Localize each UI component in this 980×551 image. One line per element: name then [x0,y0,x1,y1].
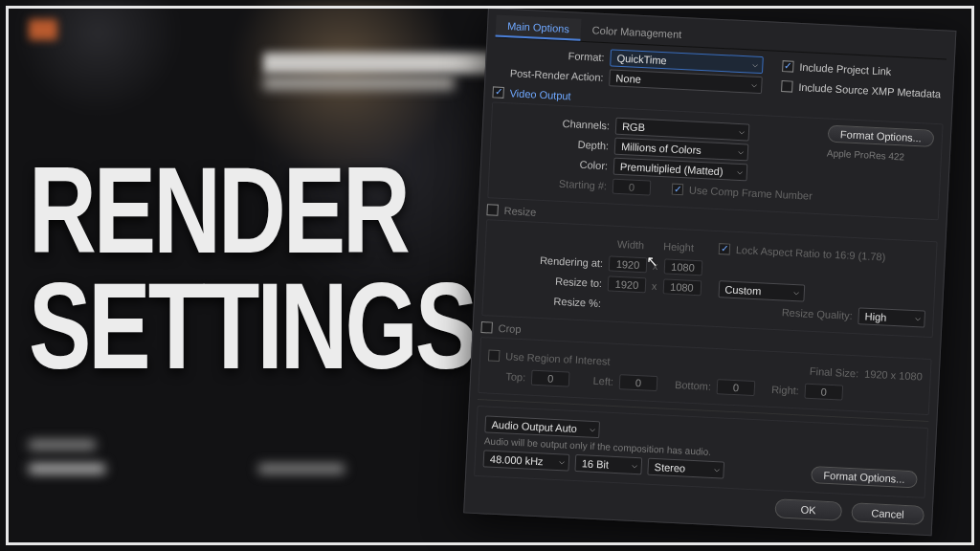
crop-label: Crop [498,322,521,335]
include-xmp-checkbox[interactable] [781,80,793,93]
post-render-label: Post-Render Action: [493,66,603,83]
include-project-link-label: Include Project Link [799,61,891,77]
use-roi-checkbox[interactable] [488,349,501,362]
format-label: Format: [494,46,604,63]
video-output-checkbox[interactable] [492,86,504,99]
lock-aspect-label: Lock Aspect Ratio to 16:9 (1.78) [736,244,886,263]
crop-left-label: Left: [575,374,614,387]
include-xmp-label: Include Source XMP Metadata [798,81,941,99]
render-width: 1920 [609,255,648,273]
cancel-button[interactable]: Cancel [851,502,924,525]
crop-left[interactable]: 0 [619,374,658,391]
title-line1: RENDER [29,153,475,269]
title-line2: SETTINGS [29,269,475,385]
use-roi-label: Use Region of Interest [505,350,611,366]
rendering-at-label: Rendering at: [493,253,603,270]
audio-output-select[interactable]: Audio Output Auto [484,415,600,438]
ok-button[interactable]: OK [774,498,842,520]
thumbnail-title: RENDER SETTINGS [29,153,475,385]
resize-preset-select[interactable]: Custom [718,280,805,301]
crop-top[interactable]: 0 [531,370,570,387]
final-size-label: Final Size: [810,365,859,379]
resize-pct-label: Resize %: [491,293,601,310]
starting-value[interactable]: 0 [612,179,652,196]
crop-right[interactable]: 0 [804,384,843,401]
render-height: 1080 [663,258,702,276]
audio-channels-select[interactable]: Stereo [647,458,724,479]
use-comp-frame-label: Use Comp Frame Number [689,184,813,201]
height-col-label: Height [657,240,701,253]
crop-checkbox[interactable] [480,321,493,334]
format-options-button[interactable]: Format Options... [828,125,935,147]
resize-label: Resize [503,205,536,218]
crop-right-label: Right: [761,383,800,396]
audio-format-options-button[interactable]: Format Options... [811,466,918,488]
width-col-label: Width [610,238,653,252]
resize-width[interactable]: 1920 [608,276,647,293]
starting-label: Starting #: [497,175,607,192]
video-output-label: Video Output [509,87,571,101]
resize-checkbox[interactable] [486,204,499,216]
final-size-value: 1920 x 1080 [864,368,923,383]
tab-color-management[interactable]: Color Management [580,19,694,47]
post-render-select[interactable]: None [609,69,763,94]
audio-rate-select[interactable]: 48.000 kHz [483,450,570,471]
resize-quality-select[interactable]: High [858,307,925,327]
tab-main-options[interactable]: Main Options [496,14,582,40]
resize-quality-label: Resize Quality: [782,306,853,321]
resize-height[interactable]: 1080 [662,278,702,296]
crop-bottom-label: Bottom: [663,378,712,391]
lock-aspect-checkbox[interactable] [719,243,731,255]
channels-label: Channels: [500,115,610,132]
crop-bottom[interactable]: 0 [717,379,756,396]
depth-label: Depth: [499,135,609,152]
include-project-link-checkbox[interactable] [782,60,794,73]
crop-top-label: Top: [487,369,526,383]
output-module-settings-panel: ↖ Main Options Color Management Format: … [463,8,956,536]
use-comp-frame-checkbox[interactable] [672,184,684,196]
resize-to-label: Resize to: [492,273,602,290]
audio-bit-select[interactable]: 16 Bit [574,454,642,474]
color-label: Color: [498,155,608,172]
codec-note: Apple ProRes 422 [827,147,905,162]
